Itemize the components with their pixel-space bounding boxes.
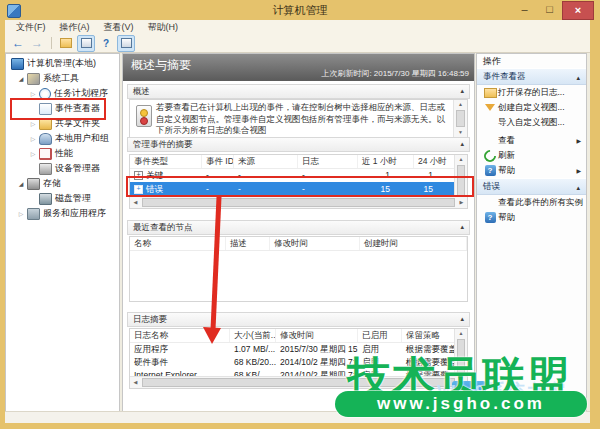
table-header-row: 事件类型 事件 ID 来源 日志 近 1 小时 24 小时 [130, 155, 455, 169]
disk-management-icon [39, 193, 52, 205]
action-error-help[interactable]: 帮助 [477, 210, 586, 225]
tree-item-disk-management[interactable]: 磁盘管理 [6, 191, 119, 206]
action-view[interactable]: 查看 [477, 133, 586, 148]
table-row-selected[interactable]: +错误 - - - 15 15 [130, 182, 455, 196]
actions-section-event-viewer[interactable]: 事件查看器 [477, 68, 586, 85]
actions-section-error[interactable]: 错误 [477, 178, 586, 195]
toolbar-separator [51, 37, 52, 49]
console-tree: 计算机管理(本地) 系统工具 任务计划程序 事件查看器 共享文件夹 本地用户和组 [5, 53, 120, 412]
scroll-up-icon[interactable]: ▲ [455, 155, 467, 164]
close-button[interactable]: × [562, 1, 594, 20]
scroll-thumb[interactable] [142, 198, 455, 207]
expander-collapsed-icon[interactable] [27, 90, 39, 97]
managed-events-hscrollbar[interactable]: ◀ ▶ [130, 196, 467, 208]
shared-folders-icon [39, 118, 52, 130]
expander-collapsed-icon[interactable] [27, 120, 39, 127]
action-view-all-instances[interactable]: 查看此事件的所有实例 [477, 195, 586, 210]
window-title: 计算机管理 [0, 3, 600, 18]
scroll-right-icon[interactable]: ▶ [456, 197, 467, 208]
scroll-left-icon[interactable]: ◀ [130, 377, 141, 388]
section-managed-events-header[interactable]: 管理事件的摘要 [127, 137, 470, 152]
filter-icon [485, 104, 495, 111]
title-bar: 计算机管理 – □ × [0, 0, 600, 20]
action-open-saved-log[interactable]: 打开保存的日志... [477, 85, 586, 100]
scroll-thumb[interactable] [456, 110, 465, 127]
action-import-custom-view[interactable]: 导入自定义视图... [477, 115, 586, 130]
back-icon[interactable] [10, 36, 26, 51]
overview-scrollbar[interactable]: ▲ ▼ [453, 100, 467, 137]
help-icon[interactable]: ? [98, 36, 114, 51]
event-viewer-icon [39, 103, 52, 115]
maximize-button[interactable]: □ [537, 1, 562, 18]
tree-item-services-applications[interactable]: 服务和应用程序 [6, 206, 119, 221]
recent-nodes-table: 名称 描述 修改时间 创建时间 [129, 236, 468, 302]
tree-item-computer-management[interactable]: 计算机管理(本地) [6, 56, 119, 71]
help-icon [485, 165, 496, 176]
expand-plus-icon[interactable]: + [134, 185, 143, 194]
last-refresh-time: 上次刷新时间: 2015/7/30 星期四 16:48:59 [321, 68, 469, 79]
system-tools-icon [27, 73, 40, 85]
actions-title: 操作 [477, 54, 586, 68]
tree-item-device-manager[interactable]: 设备管理器 [6, 161, 119, 176]
menu-bar: 文件(F) 操作(A) 查看(V) 帮助(H) [5, 20, 590, 34]
event-log-icon [136, 105, 152, 127]
overview-box: 若要查看已在计算机上出现的事件，请在控制台树中选择相应的来源、日志或自定义视图节… [129, 99, 468, 138]
toolbar: ? [5, 34, 590, 53]
expander-expanded-icon[interactable] [15, 75, 27, 82]
scroll-up-icon[interactable]: ▲ [455, 329, 467, 338]
scroll-left-icon[interactable]: ◀ [130, 197, 141, 208]
expander-collapsed-icon[interactable] [27, 135, 39, 142]
scroll-thumb[interactable] [457, 165, 465, 196]
page-header: 概述与摘要 上次刷新时间: 2015/7/30 星期四 16:48:59 [123, 54, 474, 81]
page-title: 概述与摘要 [131, 57, 191, 74]
section-recent-nodes-header[interactable]: 最近查看的节点 [127, 220, 470, 235]
scroll-down-icon[interactable]: ▼ [454, 128, 467, 137]
expander-collapsed-icon[interactable] [15, 210, 27, 217]
expander-collapsed-icon[interactable] [27, 150, 39, 157]
up-level-icon[interactable] [58, 36, 74, 51]
show-action-pane-icon[interactable] [117, 35, 135, 52]
tree-item-performance[interactable]: 性能 [6, 146, 119, 161]
managed-events-table: 事件类型 事件 ID 来源 日志 近 1 小时 24 小时 +关键 - - - … [129, 154, 468, 209]
menu-help[interactable]: 帮助(H) [141, 21, 186, 34]
tree-item-local-users-groups[interactable]: 本地用户和组 [6, 131, 119, 146]
table-header-row: 日志名称 大小(当前... 修改时间 已启用 保留策略 [130, 329, 455, 343]
expand-plus-icon[interactable]: + [134, 171, 143, 180]
help-icon [485, 212, 496, 223]
table-row[interactable]: +关键 - - - 1 1 [130, 169, 455, 182]
action-create-custom-view[interactable]: 创建自定义视图... [477, 100, 586, 115]
tree-item-task-scheduler[interactable]: 任务计划程序 [6, 86, 119, 101]
computer-icon [11, 58, 24, 70]
storage-icon [27, 178, 40, 190]
section-overview-header[interactable]: 概述 [127, 84, 470, 99]
minimize-button[interactable]: – [512, 1, 537, 18]
tree-item-system-tools[interactable]: 系统工具 [6, 71, 119, 86]
performance-icon [39, 148, 52, 160]
tree-item-shared-folders[interactable]: 共享文件夹 [6, 116, 119, 131]
menu-view[interactable]: 查看(V) [97, 21, 141, 34]
users-icon [39, 133, 52, 145]
tree-item-event-viewer[interactable]: 事件查看器 [6, 101, 119, 116]
show-console-tree-icon[interactable] [77, 35, 95, 52]
device-manager-icon [39, 163, 52, 175]
section-log-summary-header[interactable]: 日志摘要 [127, 312, 470, 327]
action-refresh[interactable]: 刷新 [477, 148, 586, 163]
open-folder-icon [484, 88, 497, 98]
managed-events-vscrollbar[interactable]: ▲ [454, 155, 467, 197]
expander-expanded-icon[interactable] [15, 180, 27, 187]
refresh-icon [482, 147, 499, 164]
table-header-row: 名称 描述 修改时间 创建时间 [130, 237, 467, 251]
forward-icon[interactable] [29, 36, 45, 51]
services-icon [27, 208, 40, 220]
watermark-site-url: www.jsgho.com [335, 391, 587, 417]
tree-item-storage[interactable]: 存储 [6, 176, 119, 191]
action-help[interactable]: 帮助 [477, 163, 586, 178]
overview-text: 若要查看已在计算机上出现的事件，请在控制台树中选择相应的来源、日志或自定义视图节… [156, 100, 453, 137]
scroll-up-icon[interactable]: ▲ [454, 100, 467, 109]
menu-file[interactable]: 文件(F) [9, 21, 53, 34]
task-scheduler-icon [39, 88, 51, 100]
menu-action[interactable]: 操作(A) [53, 21, 97, 34]
